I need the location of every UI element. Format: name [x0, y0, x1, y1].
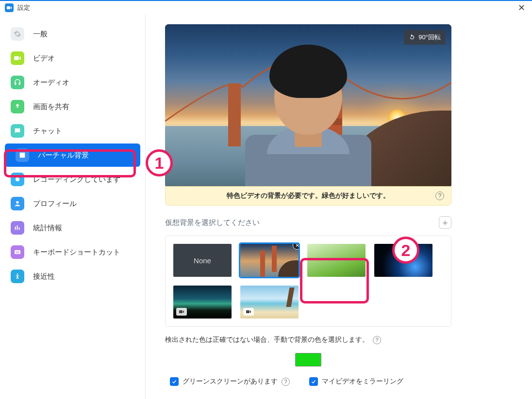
sidebar-item-video[interactable]: ビデオ — [0, 47, 145, 70]
sidebar-item-label: プロフィール — [33, 199, 77, 208]
chart-icon — [11, 221, 24, 235]
title-bar: 設定 ✕ — [0, 1, 532, 15]
svg-rect-2 — [16, 251, 16, 252]
close-button[interactable]: ✕ — [518, 3, 525, 12]
none-label: None — [194, 256, 211, 265]
color-hint-row: 検出された色は正確ではない場合、手動で背景の色を選択します。 ? — [165, 335, 507, 344]
video-preview: 90°回転 — [165, 24, 451, 188]
mirror-label: マイビデオをミラーリング — [322, 377, 403, 386]
video-badge-icon — [243, 308, 254, 316]
camera-icon — [11, 51, 24, 65]
background-earth[interactable] — [374, 244, 432, 277]
sidebar-item-general[interactable]: 一般 — [0, 22, 145, 46]
help-icon[interactable]: ? — [435, 192, 444, 200]
checkbox-checked-icon — [170, 377, 179, 386]
headphones-icon — [11, 76, 24, 89]
svg-point-0 — [16, 177, 19, 181]
window-title: 設定 — [17, 3, 30, 12]
greenscreen-label: グリーンスクリーンがあります — [183, 377, 278, 386]
sidebar-item-keyboard[interactable]: キーボードショートカット — [0, 240, 145, 264]
svg-rect-5 — [16, 253, 18, 253]
sidebar-item-label: キーボードショートカット — [33, 248, 120, 257]
sidebar-item-label: バーチャル背景 — [38, 151, 89, 160]
portrait-icon — [16, 148, 29, 162]
app-icon — [5, 3, 14, 12]
sidebar-item-accessibility[interactable]: 接近性 — [0, 265, 145, 288]
share-icon — [11, 100, 24, 113]
accessibility-icon — [11, 270, 24, 283]
background-beach[interactable] — [240, 286, 299, 319]
rotate-button[interactable]: 90°回転 — [404, 30, 446, 45]
sidebar-item-label: レコーディングしています — [33, 175, 120, 184]
notice-banner: 特色ビデオの背景が必要です。緑色が好ましいです。 ? — [165, 186, 451, 206]
sidebar-item-chat[interactable]: チャット — [0, 119, 145, 143]
sidebar-item-recording[interactable]: レコーディングしています — [0, 168, 145, 191]
rotate-label: 90°回転 — [418, 33, 441, 42]
sidebar-item-share[interactable]: 画面を共有 — [0, 95, 145, 118]
add-background-button[interactable]: ＋ — [439, 216, 451, 229]
sidebar-item-statistics[interactable]: 統計情報 — [0, 216, 145, 239]
sidebar-item-label: 統計情報 — [33, 223, 62, 233]
greenscreen-checkbox[interactable]: グリーンスクリーンがあります ? — [170, 377, 290, 386]
background-grid: None ✕ — [165, 236, 451, 327]
gear-icon — [11, 27, 24, 41]
notice-text: 特色ビデオの背景が必要です。緑色が好ましいです。 — [227, 192, 390, 200]
main-content: 90°回転 特色ビデオの背景が必要です。緑色が好ましいです。 ? 仮想背景を選択… — [146, 15, 532, 399]
help-icon[interactable]: ? — [373, 336, 381, 344]
sidebar-item-profile[interactable]: プロフィール — [0, 192, 145, 215]
record-icon — [11, 173, 24, 186]
svg-rect-4 — [18, 251, 18, 252]
keyboard-icon — [11, 245, 24, 259]
background-none[interactable]: None — [173, 244, 232, 277]
sidebar-item-label: 一般 — [33, 30, 48, 39]
sidebar-item-label: 接近性 — [33, 272, 55, 281]
sidebar-item-virtual-background[interactable]: バーチャル背景 — [5, 144, 140, 167]
sidebar-item-label: 画面を共有 — [33, 102, 69, 112]
background-select-title: 仮想背景を選択してください — [165, 218, 260, 227]
background-grass[interactable] — [307, 244, 366, 277]
svg-rect-1 — [15, 250, 20, 254]
sidebar-item-audio[interactable]: オーディオ — [0, 71, 145, 94]
video-badge-icon — [176, 308, 187, 316]
sidebar-item-label: オーディオ — [33, 78, 69, 87]
settings-sidebar: 一般 ビデオ オーディオ 画面を共有 チャット バーチャル背景 レコーディングし… — [0, 15, 146, 399]
chat-icon — [11, 124, 24, 138]
background-bridge[interactable]: ✕ — [240, 244, 299, 277]
background-aurora[interactable] — [173, 286, 232, 319]
svg-rect-3 — [17, 251, 17, 252]
mirror-checkbox[interactable]: マイビデオをミラーリング — [309, 377, 403, 386]
checkbox-checked-icon — [309, 377, 318, 386]
sidebar-item-label: ビデオ — [33, 54, 55, 63]
help-icon[interactable]: ? — [282, 378, 290, 386]
remove-background-button[interactable]: ✕ — [293, 244, 299, 250]
background-select-header: 仮想背景を選択してください ＋ — [165, 216, 451, 229]
svg-point-6 — [17, 273, 18, 275]
color-hint-text: 検出された色は正確ではない場合、手動で背景の色を選択します。 — [165, 335, 369, 344]
user-icon — [11, 197, 24, 210]
sidebar-item-label: チャット — [33, 127, 62, 136]
color-swatch[interactable] — [295, 353, 321, 367]
